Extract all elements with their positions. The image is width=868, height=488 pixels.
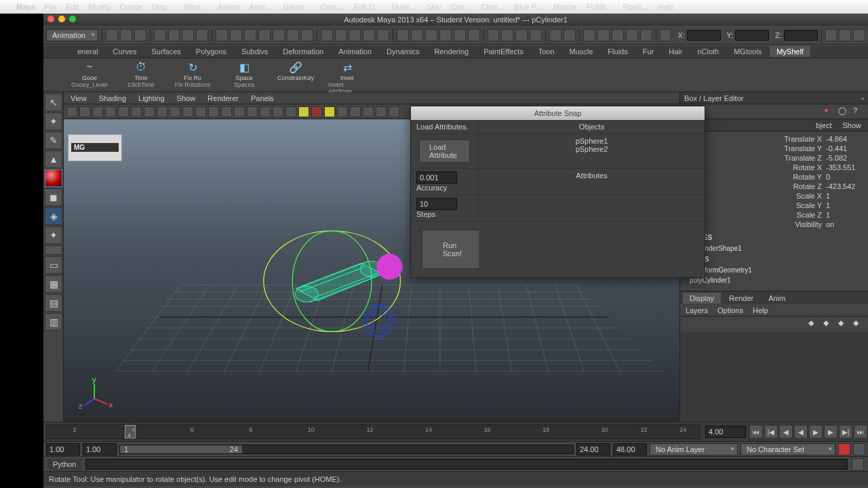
vp-icon[interactable]: [182, 106, 193, 117]
close-icon[interactable]: ▫: [861, 94, 864, 102]
rotate-tool-icon[interactable]: [45, 169, 62, 187]
menu-edit[interactable]: Edit: [66, 3, 79, 11]
toolbar-button[interactable]: [825, 29, 837, 41]
toolbar-button[interactable]: [168, 29, 180, 41]
shelf-tab[interactable]: Subdivs: [235, 46, 275, 57]
tab-display[interactable]: Display: [683, 293, 721, 304]
shelf-tab[interactable]: Polygons: [189, 46, 233, 57]
toolbar-button[interactable]: [597, 29, 610, 41]
toolbar-button[interactable]: [488, 29, 500, 41]
menu-modify[interactable]: Modify: [88, 3, 110, 11]
object-item[interactable]: pSphere1: [484, 137, 699, 145]
channel-input[interactable]: -4.864: [826, 135, 859, 143]
toolbar-button[interactable]: [287, 29, 299, 41]
toolbar-button[interactable]: [612, 29, 624, 41]
vp-menu-renderer[interactable]: Renderer: [208, 94, 239, 102]
load-attribute-button[interactable]: Load Attribute: [419, 140, 470, 163]
layer-icon[interactable]: ◆: [808, 319, 819, 329]
menu-display[interactable]: Disp…: [152, 3, 174, 11]
current-time[interactable]: 4.00: [705, 426, 746, 438]
shelf-item[interactable]: ⇄InverInvert AttrSnap: [328, 60, 366, 95]
toolbar-button[interactable]: [230, 29, 242, 41]
vp-icon[interactable]: [311, 106, 322, 117]
menu-bluep[interactable]: Blue P…: [515, 3, 544, 11]
prev-key-icon[interactable]: ◀: [779, 425, 793, 439]
menu-help[interactable]: Help: [658, 3, 673, 11]
universal-tool-icon[interactable]: ◈: [45, 207, 62, 225]
anim-start[interactable]: 1.00: [46, 443, 80, 455]
vp-icon[interactable]: [105, 106, 116, 117]
rewind-end-icon[interactable]: ⏭: [854, 425, 867, 439]
script-editor-icon[interactable]: [852, 458, 864, 470]
shelf-tab[interactable]: MGtools: [727, 46, 768, 57]
toolbar-button[interactable]: [335, 29, 347, 41]
vp-icon[interactable]: [350, 106, 361, 117]
menu-assets[interactable]: Assets: [218, 3, 240, 11]
menu-char[interactable]: Char…: [481, 3, 505, 11]
shelf-tab[interactable]: Dynamics: [380, 46, 426, 57]
shelf-tab[interactable]: Deformation: [276, 46, 330, 57]
menu-set-dropdown[interactable]: Animation: [46, 29, 98, 41]
coord-y-input[interactable]: [735, 30, 769, 41]
channel-input[interactable]: 1: [826, 201, 859, 209]
sphere-icon[interactable]: ◯: [838, 106, 849, 117]
vp-icon[interactable]: [131, 106, 142, 117]
axis-icon[interactable]: ✦: [823, 106, 834, 117]
toolbar-button[interactable]: [349, 29, 361, 41]
anim-end[interactable]: 48.00: [613, 443, 647, 455]
menu-con[interactable]: Con…: [451, 3, 472, 11]
vp-icon[interactable]: [285, 106, 296, 117]
run-scan-button[interactable]: Run Scan!: [422, 230, 483, 269]
help-menu[interactable]: Help: [753, 306, 768, 314]
vp-icon[interactable]: [234, 106, 245, 117]
toolbar-button[interactable]: [468, 29, 480, 41]
shelf-tab[interactable]: Toon: [532, 46, 561, 57]
tab-show[interactable]: Show: [842, 121, 861, 129]
toolbar-button[interactable]: [425, 29, 437, 41]
prefs-icon[interactable]: [853, 443, 865, 455]
channel-input[interactable]: 1: [826, 192, 859, 200]
vp-icon[interactable]: [118, 106, 129, 117]
mgtools-badge[interactable]: MG: [68, 134, 122, 161]
input-node[interactable]: transformGeometry1: [680, 265, 868, 275]
range-slider[interactable]: 124: [119, 445, 574, 454]
channel-input[interactable]: 1: [826, 211, 859, 219]
vp-menu-view[interactable]: View: [71, 94, 87, 102]
shelf-tab[interactable]: nCloth: [690, 46, 726, 57]
shelf-tab[interactable]: Fluids: [601, 46, 634, 57]
toolbar-button[interactable]: [640, 29, 652, 41]
vp-icon[interactable]: [144, 106, 155, 117]
menu-muscle[interactable]: Muscle: [553, 3, 577, 11]
coord-x-input[interactable]: [687, 30, 721, 41]
menu-geom[interactable]: Geom…: [283, 3, 311, 11]
toolbar-button[interactable]: [244, 29, 256, 41]
paint-tool-icon[interactable]: ✎: [45, 131, 62, 149]
step-back-icon[interactable]: |◀: [764, 425, 778, 439]
toolbar-button[interactable]: [501, 29, 513, 41]
next-key-icon[interactable]: ▶: [824, 425, 837, 439]
move-tool-icon[interactable]: ▲: [45, 150, 62, 168]
layout-single-icon[interactable]: ▭: [45, 256, 62, 274]
channel-input[interactable]: -5.082: [826, 154, 859, 162]
menu-crea[interactable]: Crea…: [321, 3, 344, 11]
vp-icon[interactable]: [389, 106, 399, 117]
toolbar-button[interactable]: [106, 29, 118, 41]
layer-icon[interactable]: ◆: [853, 319, 864, 329]
shelf-tab[interactable]: Fur: [636, 46, 661, 57]
toolbar-button[interactable]: [377, 29, 389, 41]
layer-icon[interactable]: ◆: [838, 319, 849, 329]
play-fwd-icon[interactable]: ▶: [809, 425, 823, 439]
vp-icon[interactable]: [208, 106, 219, 117]
layout-persp-icon[interactable]: ▤: [45, 294, 62, 312]
toolbar-button[interactable]: [182, 29, 194, 41]
toolbar-button[interactable]: [273, 29, 285, 41]
coord-z-input[interactable]: [784, 30, 818, 41]
toolbar-button[interactable]: [564, 29, 576, 41]
soft-tool-icon[interactable]: ✦: [45, 226, 62, 244]
toolbar-button[interactable]: [583, 29, 595, 41]
toolbar-button[interactable]: [530, 29, 542, 41]
vp-icon[interactable]: [195, 106, 206, 117]
traffic-lights[interactable]: [47, 16, 76, 22]
vp-icon[interactable]: [337, 106, 348, 117]
vp-icon[interactable]: [273, 106, 283, 117]
